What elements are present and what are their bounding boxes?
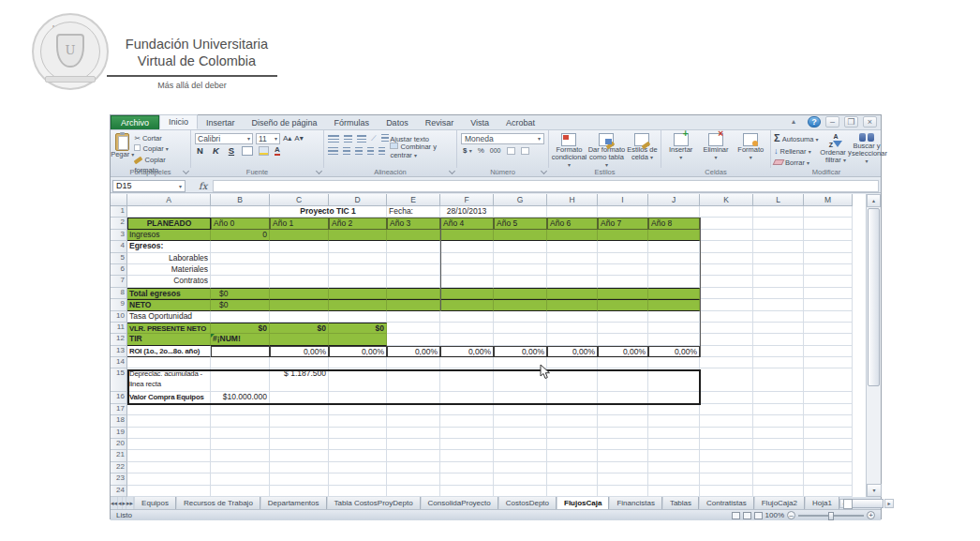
cell-H21[interactable] [547,450,598,461]
cell-G17[interactable] [494,404,547,415]
ribbon-tab-insertar[interactable]: Insertar [198,116,244,129]
cell-G22[interactable] [494,462,547,473]
font-name-select[interactable]: Calibri▾ [195,133,253,144]
cell-F1[interactable]: 28/10/2013 [440,206,494,218]
cell-A2[interactable]: PLANEADO [127,218,211,229]
cell-D9[interactable] [329,299,387,310]
cell-J15[interactable] [648,368,700,392]
italic-button[interactable]: K [211,145,221,156]
cell-B13[interactable] [211,346,270,357]
cell-K12[interactable] [700,334,753,345]
cell-E14[interactable] [387,357,440,368]
scroll-right-icon[interactable]: ▸ [884,499,894,508]
cell-M8[interactable] [804,288,853,299]
ribbon-tab-acrobat[interactable]: Acrobat [497,116,543,129]
cell-D18[interactable] [329,415,387,427]
cell-M23[interactable] [804,473,853,485]
cell-L12[interactable] [753,334,804,345]
cell-F15[interactable] [440,368,494,392]
cell-K5[interactable] [700,253,753,264]
delete-cells-button[interactable]: Eliminar▾ [700,132,732,161]
cell-M1[interactable] [804,206,853,218]
row-header-22[interactable]: 22 [111,462,127,473]
cell-A1[interactable] [127,206,211,218]
close-window-button[interactable]: × [863,116,877,128]
cell-H14[interactable] [547,357,598,368]
cell-H10[interactable] [547,311,598,323]
cell-L20[interactable] [753,439,804,450]
cell-F21[interactable] [440,450,494,461]
cell-M2[interactable] [804,218,853,229]
cell-F18[interactable] [440,415,494,427]
cell-D3[interactable] [329,230,387,241]
cell-A15[interactable]: Depreciac. acumulada - linea recta [127,368,211,392]
cell-G19[interactable] [494,428,547,439]
cell-K15[interactable] [700,368,753,392]
cell-E8[interactable] [387,288,440,299]
cell-C11[interactable]: $0 [270,323,329,334]
cell-M17[interactable] [804,404,853,415]
cell-K16[interactable] [700,392,753,403]
cell-C18[interactable] [270,415,329,427]
cell-G10[interactable] [494,311,547,323]
cell-A18[interactable] [127,415,211,427]
row-header-7[interactable]: 7 [111,276,127,287]
col-header-K[interactable]: K [700,194,753,206]
cell-G16[interactable] [494,392,547,403]
name-box[interactable]: D15▾ [112,180,186,192]
cell-H13[interactable]: 0,00% [547,346,598,357]
cell-B15[interactable] [211,368,270,392]
sheet-tab-equipos[interactable]: Equipos [134,497,176,509]
thousands-button[interactable]: 000 [490,147,501,154]
cell-D2[interactable]: Año 2 [329,218,387,229]
cell-L1[interactable] [753,206,804,218]
cell-H19[interactable] [547,428,598,439]
cell-K13[interactable] [700,346,753,357]
cell-L3[interactable] [753,230,804,241]
cell-F7[interactable] [440,276,494,287]
cell-E19[interactable] [387,428,440,439]
cell-I13[interactable]: 0,00% [598,346,648,357]
cell-C1[interactable]: Proyecto TIC 1 [270,206,387,218]
cell-C6[interactable] [270,264,329,276]
row-header-4[interactable]: 4 [111,241,127,252]
col-header-G[interactable]: G [494,194,547,206]
cell-A7[interactable]: Contratos [127,276,211,287]
cell-I21[interactable] [598,450,648,461]
cell-H23[interactable] [547,473,598,485]
cell-D7[interactable] [329,276,387,287]
cell-M21[interactable] [804,450,853,461]
row-header-13[interactable]: 13 [111,346,127,357]
cell-G12[interactable] [494,334,547,345]
cell-E12[interactable] [387,334,440,345]
cell-L17[interactable] [753,404,804,415]
cell-A13[interactable]: ROI (1o., 2o...8o. año) [127,346,211,357]
cell-E1[interactable]: Fecha: [387,206,440,218]
cell-L19[interactable] [753,428,804,439]
cell-B18[interactable] [211,415,270,427]
sheet-tab-recursos-de-trabajo[interactable]: Recursos de Trabajo [176,497,260,509]
cell-M18[interactable] [804,415,853,427]
cell-B17[interactable] [211,404,270,415]
cell-F13[interactable]: 0,00% [440,346,494,357]
align-left-icon[interactable] [328,147,338,155]
cell-H5[interactable] [547,253,598,264]
cell-H22[interactable] [547,462,598,473]
font-size-select[interactable]: 11▾ [256,133,280,144]
cell-E6[interactable] [387,264,440,276]
cell-C7[interactable] [270,276,329,287]
cell-H15[interactable] [547,368,598,392]
align-center-icon[interactable] [343,147,350,155]
cell-M10[interactable] [804,311,853,323]
cell-C24[interactable] [270,486,329,497]
ribbon-tab-archivo[interactable]: Archivo [111,115,159,129]
cell-G20[interactable] [494,439,547,450]
cell-I11[interactable] [598,323,648,334]
ribbon-tab-vista[interactable]: Vista [462,116,497,129]
cell-L15[interactable] [753,368,804,392]
sheet-tab-tabla-costosproydepto[interactable]: Tabla CostosProyDepto [327,497,421,509]
ribbon-tab-inicio[interactable]: Inicio [159,114,198,129]
cell-M19[interactable] [804,428,853,439]
cell-G8[interactable] [494,288,547,299]
cell-M4[interactable] [804,241,853,252]
